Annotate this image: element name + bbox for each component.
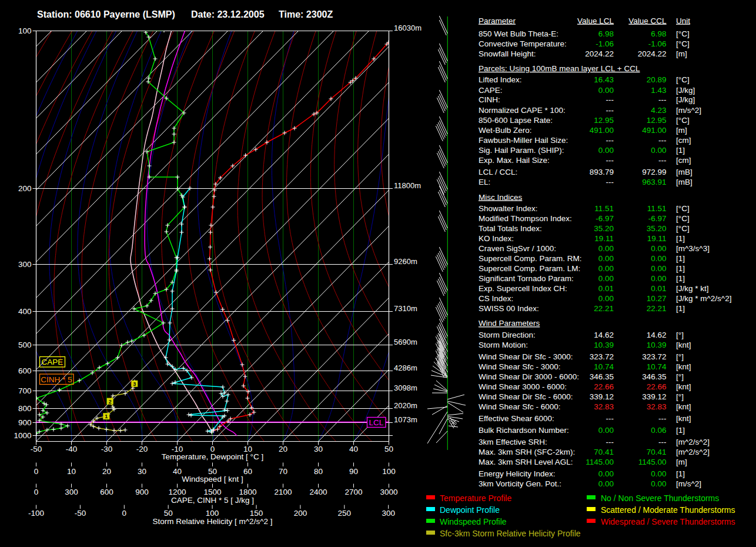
svg-text:-20: -20 [136,445,148,453]
svg-text:35.20: 35.20 [647,224,667,233]
svg-text:11.51: 11.51 [647,204,667,213]
svg-text:[knt]: [knt] [676,402,691,411]
svg-text:300: 300 [382,509,395,518]
svg-text:700: 700 [18,386,32,395]
svg-text:2024.22: 2024.22 [638,49,667,58]
svg-text:[1]: [1] [676,254,685,263]
svg-text:7310m: 7310m [394,304,417,313]
svg-text:70.41: 70.41 [594,448,614,456]
svg-text:600: 600 [100,488,113,496]
svg-text:---: --- [658,414,667,423]
svg-text:Wet-Bulb Zero:: Wet-Bulb Zero: [479,126,532,135]
svg-text:0: 0 [34,488,39,496]
svg-text:Craven SigSvr / 1000:: Craven SigSvr / 1000: [479,244,556,253]
svg-text:60: 60 [243,467,252,476]
svg-text:Wind Shear Dir Sfc - 3000:: Wind Shear Dir Sfc - 3000: [479,352,573,361]
svg-text:22.21: 22.21 [647,304,667,313]
svg-text:2020m: 2020m [394,401,417,410]
svg-text:[1]: [1] [676,304,685,313]
svg-text:[°]: [°] [676,331,684,339]
svg-text:2: 2 [109,399,112,405]
svg-text:---: --- [658,136,667,145]
svg-text:6.98: 6.98 [598,29,614,38]
svg-text:20: 20 [279,445,287,453]
svg-text:250: 250 [338,509,352,518]
svg-text:200: 200 [294,509,307,518]
svg-text:CINH:: CINH: [479,95,500,104]
svg-text:CS Index:: CS Index: [479,294,513,303]
svg-text:---: --- [606,106,614,115]
svg-text:Temperature Profile: Temperature Profile [440,493,511,503]
svg-text:300: 300 [65,488,78,496]
svg-text:16030m: 16030m [394,24,422,32]
svg-text:CINH * 5: CINH * 5 [41,375,72,384]
svg-text:Lifted Index:: Lifted Index: [479,75,522,84]
svg-text:4.23: 4.23 [651,106,666,115]
svg-text:[mB]: [mB] [676,178,693,186]
svg-text:Parameter: Parameter [479,16,516,25]
svg-text:[1]: [1] [676,274,685,283]
svg-text:10.27: 10.27 [647,294,667,303]
svg-text:10.74: 10.74 [647,362,667,371]
svg-text:Exp. Max. Hail Size:: Exp. Max. Hail Size: [479,156,550,165]
svg-text:30: 30 [138,467,146,476]
svg-text:50: 50 [164,509,173,518]
svg-text:[1]: [1] [676,264,685,273]
svg-text:[°C]: [°C] [676,29,690,38]
svg-text:[°C]: [°C] [676,116,690,125]
svg-text:CAPE, CINH * 5 [ J/kg ]: CAPE, CINH * 5 [ J/kg ] [171,496,254,505]
svg-text:No / Non Severe Thunderstorms: No / Non Severe Thunderstorms [601,493,719,503]
svg-text:0.00: 0.00 [598,244,614,253]
svg-text:972.99: 972.99 [642,168,666,176]
svg-text:1145.00: 1145.00 [638,458,667,466]
svg-text:0.00: 0.00 [598,146,614,155]
svg-text:[J/kg]: [J/kg] [676,86,695,95]
svg-text:Storm Relative Helicity [ m^2: Storm Relative Helicity [ m^2/s^2 ] [153,517,273,526]
svg-text:22.66: 22.66 [647,382,667,391]
svg-text:1.43: 1.43 [651,86,666,95]
svg-text:0.00: 0.00 [651,479,666,488]
svg-text:Showalter Index:: Showalter Index: [479,204,538,213]
svg-text:Windspeed Profile: Windspeed Profile [440,517,507,526]
svg-text:Value LCL: Value LCL [577,16,614,25]
svg-text:Temperature, Dewpoint [ °C ]: Temperature, Dewpoint [ °C ] [162,452,263,461]
svg-text:Storm Direction:: Storm Direction: [479,331,536,339]
svg-text:Date: 23.12.2005: Date: 23.12.2005 [191,9,265,19]
svg-text:Dewpoint Profile: Dewpoint Profile [440,505,500,515]
svg-text:---: --- [606,178,614,186]
svg-text:Wind Parameters: Wind Parameters [479,319,540,328]
svg-text:3000: 3000 [380,488,397,496]
svg-text:Energy Helicity Index:: Energy Helicity Index: [479,469,556,478]
svg-text:70.41: 70.41 [647,448,667,456]
svg-text:19.11: 19.11 [594,234,614,243]
svg-text:0.00: 0.00 [651,146,666,155]
svg-text:0.01: 0.01 [651,284,666,293]
svg-text:CAPE: CAPE [42,358,63,366]
svg-text:0.00: 0.00 [598,469,614,478]
svg-text:[1]: [1] [676,146,685,155]
svg-text:0.00: 0.00 [598,479,614,488]
svg-text:20: 20 [102,467,111,476]
svg-text:22.66: 22.66 [594,382,614,391]
svg-text:-100: -100 [28,509,44,518]
svg-text:346.35: 346.35 [590,372,614,381]
svg-text:10.39: 10.39 [594,341,614,349]
svg-text:[knt]: [knt] [676,341,691,349]
svg-text:Bulk Richardson Number:: Bulk Richardson Number: [479,426,569,435]
svg-text:-40: -40 [66,445,78,453]
svg-text:900: 900 [18,418,32,427]
svg-text:2024.22: 2024.22 [585,49,614,58]
svg-text:SWISS 00 Index:: SWISS 00 Index: [479,304,539,313]
svg-text:893.79: 893.79 [590,168,614,176]
svg-text:Parcels: Using 100mB mean laye: Parcels: Using 100mB mean layer LCL + CC… [479,64,640,73]
svg-text:Fawbush-Miller Hail Size:: Fawbush-Miller Hail Size: [479,136,568,145]
svg-text:EL:: EL: [479,178,490,186]
svg-text:Time: 2300Z: Time: 2300Z [279,9,333,19]
svg-text:16.43: 16.43 [594,75,614,84]
svg-text:Storm Motion:: Storm Motion: [479,341,528,349]
svg-text:Snowfall Height:: Snowfall Height: [479,49,536,58]
svg-text:0.00: 0.00 [598,264,614,273]
svg-text:[knt]: [knt] [676,414,691,423]
svg-text:[m/s^2]: [m/s^2] [676,479,701,488]
svg-text:1145.00: 1145.00 [586,458,614,466]
